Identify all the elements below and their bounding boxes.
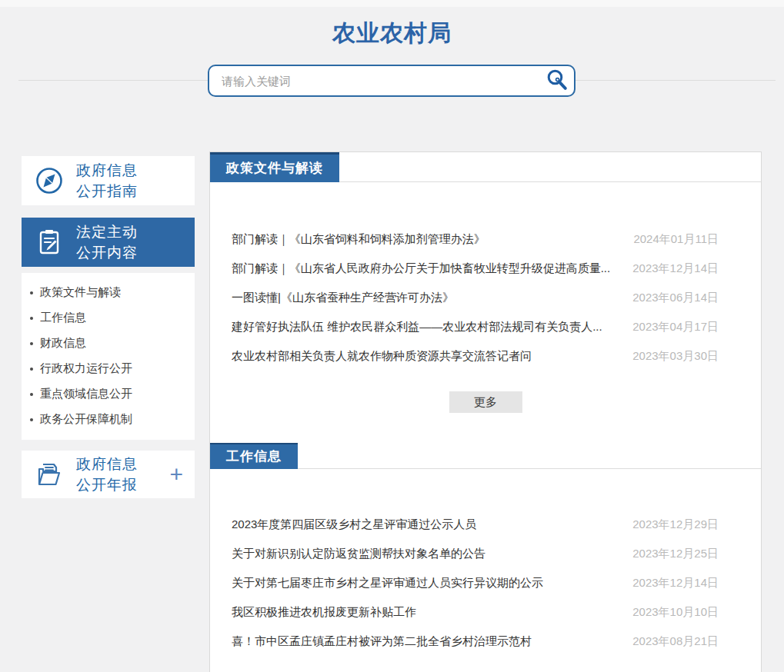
plus-icon[interactable]: + [169, 463, 183, 486]
submenu-item-work[interactable]: 工作信息 [22, 305, 195, 331]
article-date: 2023年12月25日 [632, 547, 719, 561]
article-date: 2023年12月14日 [632, 261, 719, 276]
submenu-item-label: 财政信息 [40, 336, 86, 351]
article-link[interactable]: 一图读懂|《山东省蚕种生产经营许可办法》 [232, 291, 454, 305]
page-title: 农业农村局 [0, 18, 784, 49]
search-box [208, 65, 575, 97]
section-tab-policy[interactable]: 政策文件与解读 [210, 152, 339, 182]
search-button[interactable] [540, 66, 574, 95]
article-date: 2023年04月17日 [632, 320, 719, 334]
article-link[interactable]: 2023年度第四届区级乡村之星评审通过公示人员 [232, 517, 476, 532]
article-row[interactable]: 部门解读｜《山东省饲料和饲料添加剂管理办法》 2024年01月11日 [232, 225, 719, 254]
compass-icon [33, 165, 65, 197]
section-tab-work[interactable]: 工作信息 [210, 443, 298, 469]
submenu-item-label: 工作信息 [40, 311, 86, 325]
article-link[interactable]: 建好管好执法队伍 维护农民群众利益——农业农村部法规司有关负责人... [232, 320, 602, 334]
work-article-list: 2023年度第四届区级乡村之星评审通过公示人员 2023年12月29日 关于对新… [210, 469, 761, 656]
sidebar-item-legal-label: 法定主动 公开内容 [76, 221, 138, 263]
policy-article-list: 部门解读｜《山东省饲料和饲料添加剂管理办法》 2024年01月11日 部门解读｜… [210, 182, 761, 371]
bullet-dot [30, 418, 33, 421]
sidebar-item-annual-report[interactable]: 政府信息 公开年报 + [22, 451, 195, 498]
article-link[interactable]: 关于对第七届枣庄市乡村之星评审通过人员实行异议期的公示 [232, 576, 543, 590]
article-link[interactable]: 部门解读｜《山东省人民政府办公厅关于加快畜牧业转型升级促进高质量... [232, 261, 610, 276]
article-date: 2023年03月30日 [632, 349, 719, 364]
article-link[interactable]: 我区积极推进农机报废更新补贴工作 [232, 605, 416, 620]
article-row[interactable]: 部门解读｜《山东省人民政府办公厅关于加快畜牧业转型升级促进高质量... 2023… [232, 254, 719, 283]
article-date: 2023年12月14日 [632, 576, 719, 590]
folder-doc-icon [33, 458, 65, 491]
submenu-item-label: 重点领域信息公开 [40, 387, 132, 401]
sidebar-submenu: 政策文件与解读 工作信息 财政信息 行政权力运行公开 重点领域信息公开 政务公开… [22, 273, 195, 440]
sidebar: 政府信息 公开指南 法定主动 公开内容 政策 [22, 156, 195, 498]
section-header-policy: 政策文件与解读 [210, 152, 761, 182]
sidebar-item-guide-label: 政府信息 公开指南 [76, 160, 138, 201]
article-row[interactable]: 关于对新识别认定防返贫监测帮扶对象名单的公告 2023年12月25日 [232, 539, 719, 568]
article-date: 2023年10月10日 [632, 605, 719, 620]
main-content: 政策文件与解读 部门解读｜《山东省饲料和饲料添加剂管理办法》 2024年01月1… [209, 151, 762, 672]
bullet-dot [30, 368, 33, 371]
article-date: 2023年06月14日 [632, 291, 719, 305]
search-icon [545, 68, 569, 95]
article-row[interactable]: 我区积极推进农机报废更新补贴工作 2023年10月10日 [232, 597, 719, 627]
search-input[interactable] [209, 66, 540, 95]
top-strip [0, 0, 784, 7]
article-row[interactable]: 关于对第七届枣庄市乡村之星评审通过人员实行异议期的公示 2023年12月14日 [232, 568, 719, 597]
article-link[interactable]: 农业农村部相关负责人就农作物种质资源共享交流答记者问 [232, 349, 532, 364]
article-link[interactable]: 关于对新识别认定防返贫监测帮扶对象名单的公告 [232, 547, 485, 561]
submenu-item-finance[interactable]: 财政信息 [22, 331, 195, 356]
bullet-dot [30, 317, 33, 320]
bullet-dot [30, 342, 33, 345]
submenu-item-label: 政策文件与解读 [40, 285, 121, 300]
submenu-item-key-areas[interactable]: 重点领域信息公开 [22, 381, 195, 407]
article-link[interactable]: 喜！市中区孟庄镇孟庄村被评为第二批全省乡村治理示范村 [232, 634, 532, 649]
submenu-item-guarantee[interactable]: 政务公开保障机制 [22, 407, 195, 432]
more-button[interactable]: 更多 [449, 391, 522, 413]
bullet-dot [30, 393, 33, 396]
submenu-item-label: 政务公开保障机制 [40, 412, 132, 427]
submenu-item-admin-power[interactable]: 行政权力运行公开 [22, 356, 195, 381]
article-date: 2023年12月29日 [632, 517, 719, 532]
article-row[interactable]: 2023年度第四届区级乡村之星评审通过公示人员 2023年12月29日 [232, 510, 719, 539]
sidebar-item-guide[interactable]: 政府信息 公开指南 [22, 156, 195, 205]
article-date: 2023年08月21日 [632, 634, 719, 649]
article-date: 2024年01月11日 [633, 232, 719, 247]
article-row[interactable]: 喜！市中区孟庄镇孟庄村被评为第二批全省乡村治理示范村 2023年08月21日 [232, 627, 719, 656]
page: 农业农村局 政府信息 [0, 0, 784, 672]
article-link[interactable]: 部门解读｜《山东省饲料和饲料添加剂管理办法》 [232, 232, 485, 247]
clipboard-pen-icon [33, 226, 65, 258]
sidebar-item-annual-label: 政府信息 公开年报 [76, 454, 138, 495]
article-row[interactable]: 建好管好执法队伍 维护农民群众利益——农业农村部法规司有关负责人... 2023… [232, 312, 719, 341]
submenu-item-label: 行政权力运行公开 [40, 361, 132, 376]
submenu-item-policy[interactable]: 政策文件与解读 [22, 280, 195, 305]
bullet-dot [30, 291, 33, 294]
sidebar-item-legal[interactable]: 法定主动 公开内容 [22, 218, 195, 267]
article-row[interactable]: 一图读懂|《山东省蚕种生产经营许可办法》 2023年06月14日 [232, 283, 719, 312]
article-row[interactable]: 农业农村部相关负责人就农作物种质资源共享交流答记者问 2023年03月30日 [232, 341, 719, 371]
section-header-work: 工作信息 [210, 443, 761, 469]
